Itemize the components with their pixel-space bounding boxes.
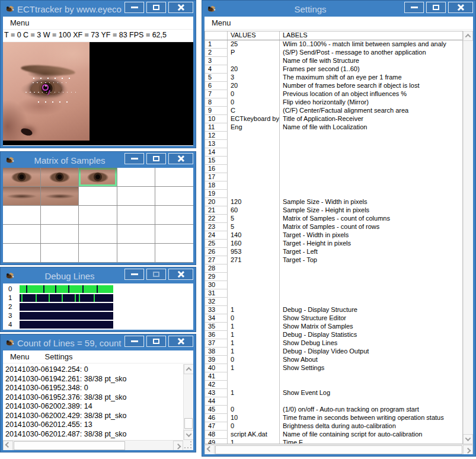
menu-item-menu[interactable]: Menu — [212, 18, 231, 27]
close-button[interactable] — [448, 2, 473, 13]
settings-row[interactable]: 13 — [205, 140, 462, 148]
label-cell[interactable] — [280, 165, 462, 173]
settings-row[interactable]: 401Show Settings — [205, 364, 462, 372]
value-cell[interactable]: 271 — [228, 256, 280, 264]
row-number-cell[interactable]: 28 — [205, 264, 228, 273]
scroll-up-button[interactable] — [184, 364, 193, 374]
label-cell[interactable] — [280, 148, 462, 157]
close-button[interactable] — [168, 153, 193, 164]
settings-row[interactable]: 361Debug - Display Statistics — [205, 331, 462, 339]
row-number-cell[interactable]: 39 — [205, 356, 228, 364]
sample-cell-empty[interactable] — [79, 244, 117, 263]
settings-row[interactable]: 17 — [205, 173, 462, 181]
settings-row[interactable]: 125Wlim 10..100% - match limit between s… — [205, 40, 462, 49]
label-cell[interactable]: Frames per second (1..60) — [280, 65, 462, 74]
value-cell[interactable] — [228, 165, 280, 173]
settings-row[interactable]: 25160Target - Height in pixels — [205, 240, 462, 248]
sample-cell-empty[interactable] — [117, 206, 155, 225]
value-cell[interactable]: P — [228, 49, 280, 57]
label-cell[interactable]: Debug - Display Structure — [280, 306, 462, 314]
sample-cell-open[interactable] — [3, 168, 41, 187]
value-cell[interactable] — [228, 173, 280, 181]
value-cell[interactable]: 20 — [228, 65, 280, 74]
settings-row[interactable]: 235Matrix of Samples - count of rows — [205, 223, 462, 231]
value-cell[interactable] — [228, 289, 280, 298]
minimize-button[interactable] — [404, 2, 424, 13]
settings-row[interactable]: 24140Target - Width in pixels — [205, 231, 462, 240]
settings-row[interactable]: 53The maximum shift of an eye per 1 fram… — [205, 74, 462, 82]
value-cell[interactable]: 1 — [228, 364, 280, 372]
label-cell[interactable] — [280, 173, 462, 181]
value-cell[interactable]: 1 — [228, 389, 280, 397]
value-cell[interactable]: 0 — [228, 406, 280, 414]
maximize-button[interactable] — [146, 336, 166, 347]
scroll-thumb[interactable] — [14, 441, 125, 450]
sample-cell-empty[interactable] — [155, 168, 193, 187]
scroll-left-button[interactable] — [3, 441, 13, 451]
label-cell[interactable] — [280, 190, 462, 198]
scroll-thumb[interactable] — [184, 418, 193, 429]
value-cell[interactable]: 5 — [228, 215, 280, 223]
sample-cell-open[interactable] — [79, 168, 117, 187]
sample-cell-empty[interactable] — [41, 225, 79, 244]
settings-row[interactable]: 351Show Matrix of Samples — [205, 323, 462, 331]
row-number-cell[interactable]: 19 — [205, 190, 228, 198]
sample-cell-empty[interactable] — [41, 206, 79, 225]
log-vertical-scrollbar[interactable] — [183, 364, 193, 440]
label-cell[interactable] — [280, 281, 462, 289]
log-list[interactable]: 20141030-061942.254: 020141030-061942.26… — [3, 364, 183, 440]
row-number-cell[interactable]: 42 — [205, 381, 228, 389]
sample-cell-closed[interactable] — [41, 187, 79, 206]
value-cell[interactable] — [228, 397, 280, 406]
label-cell[interactable]: Brightness delta during auto-calibration — [280, 422, 462, 431]
sample-cell-empty[interactable] — [117, 168, 155, 187]
label-cell[interactable] — [280, 132, 462, 140]
value-cell[interactable] — [228, 264, 280, 273]
maximize-button[interactable] — [146, 2, 166, 13]
value-cell[interactable]: 5 — [228, 223, 280, 231]
sample-cell-open[interactable] — [41, 168, 79, 187]
value-cell[interactable]: 1 — [228, 439, 280, 444]
sample-cell-empty[interactable] — [155, 206, 193, 225]
value-cell[interactable] — [228, 140, 280, 148]
sample-cell-empty[interactable] — [41, 244, 79, 263]
row-number-cell[interactable]: 13 — [205, 140, 228, 148]
settings-row[interactable]: 18 — [205, 181, 462, 190]
row-number-cell[interactable]: 9 — [205, 107, 228, 115]
sample-cell-closed[interactable] — [3, 187, 41, 206]
value-cell[interactable]: 0 — [228, 90, 280, 98]
label-cell[interactable]: Matrix of Samples - count of rows — [280, 223, 462, 231]
settings-row[interactable]: 450(1/0) on/off - Auto-run tracking on p… — [205, 406, 462, 414]
row-number-cell[interactable]: 41 — [205, 372, 228, 381]
label-cell[interactable]: Show Event Log — [280, 389, 462, 397]
label-cell[interactable] — [280, 264, 462, 273]
row-number-cell[interactable]: 4 — [205, 65, 228, 74]
label-cell[interactable]: Name of file with Localization — [280, 123, 462, 132]
value-cell[interactable]: 1 — [228, 323, 280, 331]
settings-row[interactable]: 9C(C/F) Center/Factual alignment search … — [205, 107, 462, 115]
titlebar-settings[interactable]: Settings — [205, 1, 473, 17]
sample-cell-empty[interactable] — [155, 187, 193, 206]
scroll-right-button[interactable] — [463, 445, 473, 455]
label-cell[interactable]: The maximum shift of an eye per 1 frame — [280, 74, 462, 82]
label-cell[interactable]: Name of file containing script for auto-… — [280, 431, 462, 439]
row-number-cell[interactable]: 10 — [205, 115, 228, 123]
value-cell[interactable] — [228, 132, 280, 140]
settings-row[interactable]: 70Previous location of an object influen… — [205, 90, 462, 98]
settings-row[interactable]: 620Number of frames before search if obj… — [205, 82, 462, 90]
log-horizontal-scrollbar[interactable] — [3, 440, 183, 450]
value-cell[interactable] — [228, 148, 280, 157]
settings-row[interactable]: 4610Time frame in seconds between writin… — [205, 414, 462, 422]
settings-row[interactable]: 225Matrix of Samples - count of columns — [205, 215, 462, 223]
row-number-cell[interactable]: 35 — [205, 323, 228, 331]
row-number-cell[interactable]: 44 — [205, 397, 228, 406]
resize-grip[interactable] — [183, 440, 193, 450]
row-number-cell[interactable]: 37 — [205, 339, 228, 348]
close-button[interactable] — [168, 2, 193, 13]
close-button[interactable] — [168, 269, 193, 280]
value-cell[interactable]: Eng — [228, 123, 280, 132]
label-cell[interactable]: Show About — [280, 356, 462, 364]
row-number-cell[interactable]: 29 — [205, 273, 228, 281]
row-number-cell[interactable]: 43 — [205, 389, 228, 397]
label-cell[interactable] — [280, 289, 462, 298]
